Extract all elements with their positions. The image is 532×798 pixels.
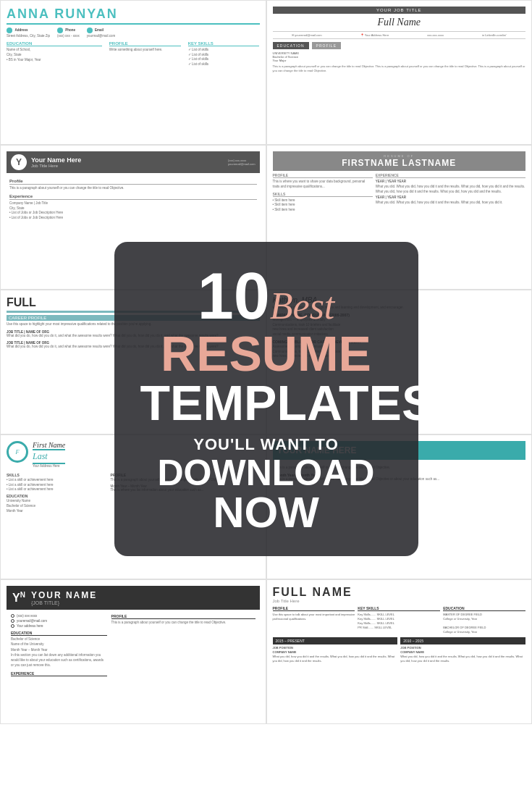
resume-9-right: Profile This is a paragraph about yourse… <box>111 614 256 678</box>
resume-3-experience-text: Company Name | Job Title City, State • L… <box>9 201 257 221</box>
resume-3-name: Your Name Here <box>31 156 81 164</box>
resume-9-name-block: Your Name {JOB TITLE} <box>31 590 97 605</box>
resume-10-name-block: FULL NAME Job Title Here <box>273 586 526 603</box>
resume-9-education-block: EDUCATION Bachelor of ScienceName of the… <box>11 631 107 668</box>
resume-10-cols: PROFILE Use this space to talk about you… <box>273 606 526 634</box>
resume-2-profile-text: This is a paragraph about yourself or yo… <box>273 64 526 72</box>
resume-1-phone: Phone (xxx) xxx - xxxx <box>57 28 80 39</box>
resume-5-job-2: JOB TITLE | NAME OF ORG What did you do,… <box>7 341 260 350</box>
resume-7-education-label: EDUCATION <box>7 494 106 498</box>
resume-3-profile-text: This is a paragraph about yourself or yo… <box>9 186 257 191</box>
resume-4-name: FIRSTNAME LASTNAME <box>276 158 523 168</box>
resume-1-name: ANNA RUNYAN <box>7 7 260 22</box>
resume-10-exp-2-bar: 2010 – 2015 <box>400 637 525 644</box>
resume-thumb-8[interactable]: YOUR NAME HERE This is a paragraph about… <box>266 434 533 579</box>
resume-7-firstname: First Name <box>33 441 65 449</box>
resume-10-exp-2: 2010 – 2015 JOB POSITIONCOMPANY NAME Wha… <box>400 637 525 663</box>
resume-10-name: FULL NAME <box>273 586 526 599</box>
resume-3-profile-title: Profile <box>9 179 257 185</box>
resume-grid: ANNA RUNYAN Address Street Address, City… <box>0 0 532 724</box>
resume-7-top: F First Name Last Your Address Here <box>7 441 260 470</box>
resume-1-contact-row: Address Street Address, City, State Zip … <box>7 28 260 39</box>
resume-7-body: SKILLS • List a skill or achievement her… <box>7 473 260 515</box>
resume-thumb-10[interactable]: FULL NAME Job Title Here PROFILE Use thi… <box>266 579 533 724</box>
resume-6-intro: with expertise in consulting, change med… <box>273 306 526 311</box>
resume-2-education-box: EDUCATION <box>273 42 309 49</box>
resume-1-skills: Key Skills ✓ List of skills✓ List of ski… <box>188 41 260 68</box>
address-icon <box>7 28 12 33</box>
resume-3-title: Job Title Here <box>31 164 81 168</box>
resume-3-contact-info: (xxx) xxx-xxxxyouremail@mail.com <box>228 159 255 166</box>
resume-8-top: YOUR NAME HERE <box>273 441 526 460</box>
resume-10-skills-title: KEY SKILLS <box>358 606 440 611</box>
resume-2-profile-box: PROFILE <box>312 42 341 49</box>
resume-4-profile-title: PROFILE <box>273 173 373 178</box>
resume-10-profile-col: PROFILE Use this space to talk about you… <box>273 606 355 634</box>
resume-10-skills-col: KEY SKILLS Key Skills....... SKILL LEVEL… <box>358 606 440 634</box>
resume-9-name: Your Name <box>31 590 97 600</box>
resume-thumb-5[interactable]: FULL CAREER PROFILE Use this space to hi… <box>0 290 266 434</box>
resume-7-left: SKILLS • List a skill or achievement her… <box>7 473 106 515</box>
address-dot-icon <box>11 624 14 628</box>
resume-3-name-block: Your Name Here Job Title Here <box>31 156 81 168</box>
resume-thumb-6[interactable]: Kathryn, MBA with expertise in consultin… <box>266 290 533 434</box>
email-dot-icon <box>11 619 14 623</box>
resume-1-profile: Profile Write something about yourself h… <box>109 41 181 68</box>
main-container: ANNA RUNYAN Address Street Address, City… <box>0 0 532 798</box>
resume-7-name-block: First Name Last Your Address Here <box>33 441 65 470</box>
resume-6-job: COMPANY NAME, Consultant (2006-2007) Man… <box>273 313 526 337</box>
resume-1-row2: EDUCATION Name of School,City, State • B… <box>7 41 260 68</box>
resume-1-education: EDUCATION Name of School,City, State • B… <box>7 41 102 68</box>
resume-thumb-9[interactable]: YN Your Name {JOB TITLE} (xxx) xxx-xxxx … <box>0 579 266 724</box>
resume-4-experience-title: EXPERIENCE <box>376 173 525 178</box>
resume-1-divider <box>7 23 260 25</box>
resume-10-experience-cols: 2015 – PRESENT JOB POSITIONCOMPANY NAME … <box>273 637 526 663</box>
resume-2-details: UNIVERSITY NAME Bachelor of Science Your… <box>273 51 526 62</box>
resume-5-name: FULL <box>7 296 260 313</box>
resume-7-address: Your Address Here <box>33 464 65 469</box>
email-icon <box>87 28 93 33</box>
resume-3-avatar: Y <box>11 154 27 170</box>
resume-4-skills-title: SKILLS <box>273 192 373 197</box>
resume-3-body: Profile This is a paragraph about yourse… <box>7 176 260 224</box>
resume-10-exp-1-bar: 2015 – PRESENT <box>273 637 398 644</box>
resume-2-top-bar: YOUR JOB TITLE <box>273 7 526 14</box>
resume-4-cols: PROFILE This is where you want to share … <box>273 173 526 214</box>
resume-7-lastname: Last <box>33 449 65 464</box>
resume-10-exp-1: 2015 – PRESENT JOB POSITIONCOMPANY NAME … <box>273 637 398 663</box>
resume-thumb-4[interactable]: RESUME OF FIRSTNAME LASTNAME PROFILE Thi… <box>266 145 533 290</box>
resume-3-header: Y Your Name Here Job Title Here (xxx) xx… <box>7 151 260 173</box>
resume-10-education-col: EDUCATION MASTER OF DEGREE FIELDCollege … <box>443 606 525 634</box>
resume-10-profile-title: PROFILE <box>273 606 355 611</box>
resume-thumb-2[interactable]: YOUR JOB TITLE Full Name ✉ youremail@mai… <box>266 0 533 145</box>
resume-6-job2: coming HR blogs for career development A… <box>273 340 526 359</box>
resume-5-profile-text: Use this space to highlight your most im… <box>7 322 260 327</box>
resume-8-body: This is a paragraph about yourself or yo… <box>273 463 526 486</box>
resume-4-left: PROFILE This is where you want to share … <box>273 173 373 214</box>
resume-5-career-profile: CAREER PROFILE <box>7 315 260 321</box>
resume-2-full-name: Full Name <box>273 17 526 28</box>
resume-9-body: (xxx) xxx-xxxx youremail@mail.com Your a… <box>7 610 260 682</box>
resume-5-job-1: JOB TITLE | NAME OF ORG What did you do,… <box>7 330 260 339</box>
resume-9-title: {JOB TITLE} <box>31 600 97 605</box>
resume-thumb-1[interactable]: ANNA RUNYAN Address Street Address, City… <box>0 0 266 145</box>
resume-thumb-3[interactable]: Y Your Name Here Job Title Here (xxx) xx… <box>0 145 266 290</box>
resume-3-experience-title: Experience <box>9 194 257 200</box>
resume-7-circle: F <box>7 441 28 463</box>
resume-9-profile-title: Profile <box>111 614 256 619</box>
resume-1-email: Email yourmail@mail.com <box>87 28 116 39</box>
resume-7-skills-label: SKILLS <box>7 473 106 477</box>
resume-9-education-title: EDUCATION <box>11 631 107 636</box>
resume-2-info-row: ✉ youremail@mail.com 📍 Your Address Here… <box>273 31 526 39</box>
resume-9-experience-title: EXPERIENCE <box>11 671 107 676</box>
phone-dot-icon <box>11 614 14 618</box>
resume-7-circle-block: F <box>7 441 28 465</box>
resume-7-profile-label: PROFILE <box>110 473 259 477</box>
resume-10-education-title: EDUCATION <box>443 606 525 611</box>
resume-2-section-header: EDUCATION PROFILE <box>273 42 526 49</box>
resume-8-intro: This is a paragraph about yourself or yo… <box>276 466 523 471</box>
resume-9-left: (xxx) xxx-xxxx youremail@mail.com Your a… <box>11 614 107 678</box>
resume-thumb-7[interactable]: F First Name Last Your Address Here SKIL… <box>0 434 266 579</box>
resume-9-experience-block: EXPERIENCE <box>11 671 107 676</box>
resume-4-top: RESUME OF FIRSTNAME LASTNAME <box>273 151 526 171</box>
